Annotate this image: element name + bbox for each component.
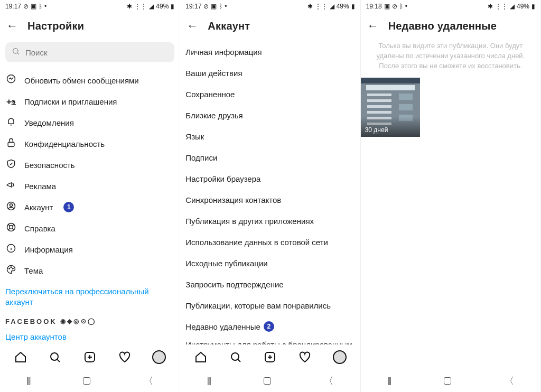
svg-point-5 <box>10 203 13 206</box>
search-box[interactable] <box>5 42 174 62</box>
info-icon <box>5 243 17 256</box>
settings-item-label: Реклама <box>24 182 56 191</box>
settings-item-palette[interactable]: Тема <box>5 260 174 281</box>
instagram-tab-bar <box>180 344 360 370</box>
settings-item-label: Тема <box>24 266 43 275</box>
more-icon: • <box>225 3 227 10</box>
deleted-post-thumbnail[interactable]: 30 дней <box>361 78 420 137</box>
android-nav-bar: ||| 〈 <box>180 370 360 392</box>
account-item[interactable]: Личная информация <box>185 41 355 62</box>
status-bar: 19:17 ⊘ ▣ ᛒ • ✱ ⋮⋮ ◢ 49% ▮ <box>180 0 360 13</box>
more-icon: • <box>44 3 46 10</box>
account-item[interactable]: Сохраненное <box>185 83 355 105</box>
account-item[interactable]: Недавно удаленные2 <box>185 316 355 337</box>
settings-item-add-person[interactable]: +உПодписки и приглашения <box>5 91 174 112</box>
home-tab[interactable] <box>194 350 208 364</box>
account-item[interactable]: Близкие друзья <box>185 105 355 126</box>
account-item[interactable]: Инструменты для работы с брендированным <box>185 337 355 344</box>
account-item[interactable]: Исходные публикации <box>185 253 355 274</box>
lock-icon <box>5 137 17 151</box>
settings-item-life-ring[interactable]: Справка <box>5 218 174 239</box>
recents-button[interactable]: ||| <box>387 376 390 386</box>
account-item[interactable]: Публикации, которые вам понравились <box>185 295 355 316</box>
account-item[interactable]: Язык <box>185 126 355 147</box>
account-item-label: Инструменты для работы с брендированным <box>185 340 352 344</box>
settings-item-label: Справка <box>24 224 55 233</box>
screen-header: ← Настройки <box>0 13 180 39</box>
search-tab[interactable] <box>48 350 62 364</box>
activity-tab[interactable] <box>118 350 132 364</box>
account-item[interactable]: Запросить подтверждение <box>185 274 355 295</box>
battery-text: 49% <box>337 3 349 10</box>
dnd-icon: ⊘ <box>23 3 29 10</box>
home-tab[interactable] <box>14 350 27 364</box>
profile-tab[interactable] <box>152 350 166 364</box>
account-item-label: Язык <box>185 132 204 141</box>
settings-item-lock[interactable]: Конфиденциальность <box>5 133 174 154</box>
account-item[interactable]: Публикация в других приложениях <box>185 210 355 231</box>
account-item[interactable]: Настройки браузера <box>185 168 355 189</box>
profile-tab[interactable] <box>333 350 347 364</box>
page-title: Недавно удаленные <box>388 20 497 32</box>
settings-item-info[interactable]: Информация <box>5 239 174 260</box>
account-item[interactable]: Синхронизация контактов <box>185 189 355 210</box>
settings-item-label: Аккаунт <box>24 203 53 212</box>
life-ring-icon <box>5 222 17 235</box>
settings-item-shield[interactable]: Безопасность <box>5 154 174 175</box>
signal-icon: ◢ <box>510 3 515 10</box>
home-button[interactable] <box>264 377 271 385</box>
settings-item-label: Информация <box>24 245 73 254</box>
svg-rect-3 <box>8 142 14 146</box>
create-tab[interactable] <box>83 350 97 364</box>
switch-professional-link[interactable]: Переключиться на профессиональный аккаун… <box>5 286 174 308</box>
account-item-label: Публикация в других приложениях <box>185 217 314 226</box>
svg-point-14 <box>51 353 58 360</box>
battery-icon: ▮ <box>351 3 355 10</box>
home-button[interactable] <box>83 377 90 385</box>
battery-icon: ▮ <box>531 3 535 10</box>
image-icon: ▣ <box>211 3 217 10</box>
back-arrow-icon[interactable]: ← <box>6 19 18 33</box>
app-icon: ᛒ <box>39 3 42 10</box>
status-bar: 19:17 ⊘ ▣ ᛒ • ✱ ⋮⋮ ◢ 49% ▮ <box>0 0 180 13</box>
page-title: Аккаунт <box>208 20 250 32</box>
settings-item-megaphone[interactable]: Реклама <box>5 175 174 197</box>
megaphone-icon <box>5 180 17 193</box>
recents-button[interactable]: ||| <box>207 376 210 386</box>
account-item-label: Синхронизация контактов <box>185 195 281 204</box>
account-item[interactable]: Подписи <box>185 147 355 168</box>
back-button[interactable]: 〈 <box>505 375 514 387</box>
account-item-label: Ваши действия <box>185 69 242 78</box>
facebook-section-label: FACEBOOK ◉ ◆ ◎ ⊙ ◯ <box>5 318 174 325</box>
create-tab[interactable] <box>263 350 277 364</box>
dnd-icon: ⊘ <box>203 3 209 10</box>
settings-item-messenger[interactable]: Обновить обмен сообщениями <box>5 70 174 91</box>
settings-item-account[interactable]: Аккаунт1 <box>5 197 174 218</box>
settings-item-label: Безопасность <box>24 161 75 170</box>
search-tab[interactable] <box>229 350 242 364</box>
more-icon: • <box>405 3 407 10</box>
settings-item-label: Конфиденциальность <box>24 139 105 148</box>
back-button[interactable]: 〈 <box>144 375 153 387</box>
dnd-icon: ⊘ <box>392 3 397 10</box>
account-item-label: Исходные публикации <box>185 259 267 268</box>
back-arrow-icon[interactable]: ← <box>367 19 379 33</box>
account-item[interactable]: Ваши действия <box>185 62 355 83</box>
settings-item-bell[interactable]: Уведомления <box>5 112 174 133</box>
back-arrow-icon[interactable]: ← <box>186 19 198 33</box>
account-item-label: Подписи <box>185 153 217 162</box>
search-input[interactable] <box>25 48 168 57</box>
avatar-icon <box>152 350 166 364</box>
account-item-label: Настройки браузера <box>185 174 260 183</box>
svg-point-7 <box>10 225 13 229</box>
accounts-center-link[interactable]: Центр аккаунтов <box>5 332 174 342</box>
home-button[interactable] <box>444 377 451 385</box>
activity-tab[interactable] <box>298 350 312 364</box>
thumbnail-days-label: 30 дней <box>361 117 420 137</box>
settings-item-label: Обновить обмен сообщениями <box>24 76 139 85</box>
settings-item-label: Уведомления <box>24 118 74 127</box>
recents-button[interactable]: ||| <box>26 376 30 386</box>
back-button[interactable]: 〈 <box>324 375 333 387</box>
svg-point-0 <box>13 49 18 53</box>
account-item[interactable]: Использование данных в сотовой сети <box>185 231 355 253</box>
